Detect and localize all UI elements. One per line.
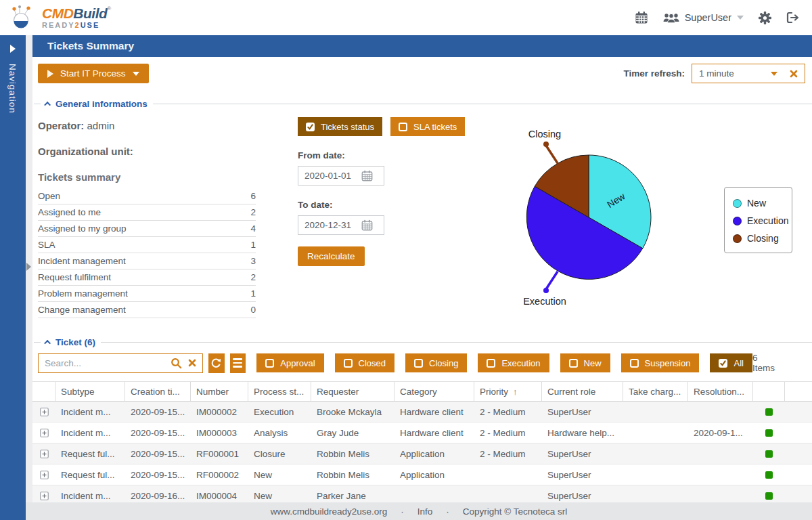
grid-menu-button[interactable] bbox=[230, 353, 246, 373]
expand-row-icon[interactable] bbox=[40, 450, 49, 458]
col-requester[interactable]: Requester bbox=[311, 382, 394, 401]
navigation-sidebar[interactable]: Navigation bbox=[0, 35, 26, 520]
col-creation[interactable]: Creation ti... bbox=[125, 382, 191, 401]
cell-creation: 2020-09-15... bbox=[125, 449, 191, 459]
status-indicator bbox=[765, 450, 773, 458]
col-number[interactable]: Number bbox=[191, 382, 248, 401]
page-title: Tickets Summary bbox=[32, 35, 812, 57]
legend-item: Closing bbox=[733, 233, 784, 244]
chevron-down-icon bbox=[737, 16, 744, 20]
col-process-status[interactable]: Process st... bbox=[248, 382, 311, 401]
search-input[interactable] bbox=[45, 358, 164, 368]
timer-refresh-value: 1 minute bbox=[699, 68, 765, 79]
table-row[interactable]: Request ful... 2020-09-15... RF000002 Ne… bbox=[32, 464, 812, 485]
username: SuperUser bbox=[685, 12, 731, 23]
expand-row-icon[interactable] bbox=[40, 492, 49, 500]
cell-category: Application bbox=[394, 470, 474, 480]
status-filter-button[interactable]: Suspension bbox=[621, 353, 700, 372]
status-filter-button[interactable]: Approval bbox=[256, 353, 323, 372]
cmdbuild-logo: CMDBuild® READY2USE bbox=[9, 4, 111, 31]
status-filter-button[interactable]: Execution bbox=[478, 353, 549, 372]
cell-category: Application bbox=[394, 449, 474, 459]
status-filter-button[interactable]: Closed bbox=[335, 353, 394, 372]
logout-icon[interactable] bbox=[786, 12, 800, 24]
tickets-summary-title: Tickets summary bbox=[38, 171, 256, 183]
top-bar: CMDBuild® READY2USE bbox=[0, 0, 812, 35]
cell-priority: 2 - Medium bbox=[474, 407, 542, 417]
status-indicator bbox=[765, 408, 773, 416]
summary-row: Open6 bbox=[38, 188, 256, 204]
search-icon[interactable] bbox=[171, 358, 182, 369]
summary-row: Assigned to me2 bbox=[38, 204, 256, 221]
from-date-field[interactable] bbox=[298, 166, 384, 186]
start-it-process-button[interactable]: Start IT Process bbox=[38, 64, 149, 83]
calendar-icon[interactable] bbox=[361, 219, 373, 231]
users-group-icon bbox=[663, 12, 679, 24]
cell-creation: 2020-09-15... bbox=[125, 407, 191, 417]
col-priority[interactable]: Priority↑ bbox=[474, 382, 542, 401]
col-category[interactable]: Category bbox=[394, 382, 474, 401]
expand-row-icon[interactable] bbox=[40, 471, 49, 479]
status-filter-button[interactable]: Closing bbox=[405, 353, 467, 372]
calendar-icon[interactable] bbox=[635, 11, 648, 24]
status-filter-button[interactable]: New bbox=[560, 353, 610, 372]
logo-tagline: READY2USE bbox=[42, 22, 111, 29]
col-take-charge[interactable]: Take charg... bbox=[623, 382, 688, 401]
main-content: Tickets Summary Start IT Process Timer r… bbox=[32, 35, 812, 502]
from-date-input[interactable] bbox=[304, 171, 361, 181]
sla-tickets-toggle[interactable]: SLA tickets bbox=[390, 117, 465, 136]
cell-number: IM000003 bbox=[191, 428, 248, 438]
cell-subtype: Incident m... bbox=[55, 407, 125, 417]
clear-search-icon[interactable] bbox=[188, 359, 196, 367]
expand-row-icon[interactable] bbox=[40, 408, 49, 416]
expand-row-icon[interactable] bbox=[40, 429, 49, 437]
cell-process-status: New bbox=[248, 491, 311, 501]
col-current-role[interactable]: Current role bbox=[542, 382, 623, 401]
summary-row: Assigned to my group4 bbox=[38, 221, 256, 237]
table-row[interactable]: Incident m... 2020-09-15... IM000002 Exe… bbox=[32, 402, 812, 422]
menu-icon bbox=[233, 358, 242, 360]
col-expand bbox=[32, 382, 55, 401]
to-date-field[interactable] bbox=[298, 215, 384, 235]
col-resolution[interactable]: Resolution... bbox=[688, 382, 753, 401]
refresh-button[interactable] bbox=[208, 353, 225, 373]
table-row[interactable]: Incident m... 2020-09-15... IM000003 Ana… bbox=[32, 422, 812, 443]
footer-url[interactable]: www.cmdbuildready2use.org bbox=[271, 506, 388, 517]
sidebar-gap bbox=[26, 35, 32, 520]
cell-current-role: SuperUser bbox=[542, 407, 623, 417]
gear-icon[interactable] bbox=[759, 12, 771, 24]
summary-row: Change management0 bbox=[38, 302, 256, 318]
cell-creation: 2020-09-16... bbox=[125, 491, 191, 501]
clear-timer-icon[interactable] bbox=[790, 70, 798, 78]
user-menu[interactable]: SuperUser bbox=[663, 12, 744, 24]
to-date-input[interactable] bbox=[304, 220, 361, 230]
search-field[interactable] bbox=[38, 353, 203, 373]
items-count: 6 Items bbox=[752, 353, 777, 373]
cell-requester: Robbin Melis bbox=[311, 449, 394, 459]
chevron-down-icon bbox=[133, 72, 139, 76]
table-row[interactable]: Incident m... 2020-09-16... IM000004 New… bbox=[32, 485, 812, 502]
checkbox-icon bbox=[414, 359, 423, 368]
tickets-status-toggle[interactable]: Tickets status bbox=[298, 117, 382, 136]
timer-refresh-select[interactable]: 1 minute bbox=[692, 64, 805, 83]
cell-number: IM000002 bbox=[191, 407, 248, 417]
recalculate-button[interactable]: Recalculate bbox=[298, 246, 365, 266]
table-row[interactable]: Request ful... 2020-09-15... RF000001 Cl… bbox=[32, 443, 812, 464]
expand-sidebar-icon[interactable] bbox=[10, 45, 16, 53]
col-subtype[interactable]: Subtype bbox=[55, 382, 125, 401]
checkbox-icon bbox=[265, 359, 274, 368]
cell-current-role: Hardware help... bbox=[542, 428, 623, 438]
pie-label-closing: Closing bbox=[528, 129, 561, 139]
footer-info-link[interactable]: Info bbox=[418, 506, 433, 517]
status-indicator bbox=[765, 492, 773, 500]
checkbox-icon bbox=[719, 359, 727, 368]
unchecked-checkbox-icon bbox=[399, 123, 407, 131]
cell-current-role: SuperUser bbox=[542, 449, 623, 459]
general-informations-section-header[interactable]: General informations bbox=[32, 97, 812, 110]
tickets-pie-chart: Closing Execution New New Execution Clo bbox=[479, 110, 812, 331]
ticket-section-header[interactable]: Ticket (6) bbox=[32, 335, 812, 349]
status-filter-button[interactable]: All bbox=[710, 353, 752, 372]
sidebar-collapse-handle[interactable] bbox=[26, 263, 31, 271]
calendar-icon[interactable] bbox=[361, 170, 373, 181]
table-header-row: Subtype Creation ti... Number Process st… bbox=[32, 381, 812, 402]
